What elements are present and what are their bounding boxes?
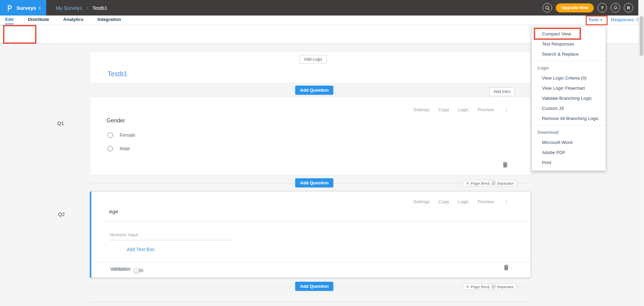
option-row-female[interactable]: Female bbox=[108, 132, 135, 138]
insert-row-2: Add Question Page Break Separator bbox=[90, 175, 531, 191]
numeric-input-field[interactable] bbox=[110, 230, 232, 240]
question-preview-link[interactable]: Preview bbox=[478, 199, 494, 204]
top-header: Surveys ▾ My Surveys › Testb1 Upgrade No… bbox=[0, 0, 644, 16]
option-row-male[interactable]: Male bbox=[108, 146, 130, 151]
tools-label: Tools bbox=[588, 16, 599, 24]
delete-question-button[interactable] bbox=[503, 162, 508, 167]
separator-label: Separator bbox=[497, 181, 514, 185]
menu-item-print[interactable]: Print bbox=[532, 158, 606, 168]
question-title[interactable]: Gender bbox=[106, 117, 125, 124]
menu-divider bbox=[532, 61, 606, 61]
avatar[interactable]: R bbox=[624, 3, 633, 12]
insert-row-1: Add Question Add Intro bbox=[90, 83, 531, 97]
chevron-down-icon: ▾ bbox=[39, 6, 40, 10]
proprofs-logo-icon bbox=[6, 3, 14, 12]
question-preview-link[interactable]: Preview bbox=[478, 107, 494, 112]
radio-button-icon[interactable] bbox=[108, 146, 113, 151]
menu-section-logic: Logic bbox=[532, 63, 606, 73]
nav-tabs: Edit Distribute Analytics Integration bbox=[5, 16, 121, 24]
page-break-label: Page Break bbox=[471, 285, 491, 289]
add-text-box-link[interactable]: Add Text Box bbox=[127, 247, 154, 252]
field-divider bbox=[104, 221, 527, 221]
trash-icon bbox=[504, 265, 509, 270]
add-logo-button[interactable]: Add Logo bbox=[299, 55, 327, 64]
question-mark-icon: ? bbox=[601, 5, 604, 10]
scrollbar-thumb[interactable] bbox=[640, 16, 643, 56]
search-icon bbox=[545, 5, 550, 10]
breadcrumb-current: Testb1 bbox=[92, 5, 107, 11]
separator-button[interactable]: Separator bbox=[489, 283, 517, 290]
validation-toggle[interactable] bbox=[134, 269, 144, 272]
separator-button[interactable]: Separator bbox=[489, 180, 517, 186]
menu-item-custom-js[interactable]: Custom JS bbox=[532, 103, 606, 114]
menu-item-search-replace[interactable]: Search & Replace bbox=[532, 49, 606, 59]
insert-row-3: Add Question Page Break Separator bbox=[90, 278, 531, 293]
tab-distribute[interactable]: Distribute bbox=[28, 16, 49, 24]
menu-section-download: Download bbox=[532, 127, 606, 137]
tools-dropdown-trigger[interactable]: Tools ▾ bbox=[588, 16, 602, 24]
menu-divider bbox=[532, 125, 606, 126]
add-question-button[interactable]: Add Question bbox=[295, 86, 333, 95]
section-nav: Edit Distribute Analytics Integration To… bbox=[0, 16, 644, 25]
menu-item-test-responses[interactable]: Test Responses bbox=[532, 39, 606, 49]
question-settings-link[interactable]: Settings bbox=[413, 107, 430, 112]
question-number-q1: Q1 bbox=[57, 120, 64, 126]
tab-edit[interactable]: Edit bbox=[5, 16, 14, 24]
question-card-q2[interactable]: Settings Copy Logic Preview ⋮ Age Add Te… bbox=[90, 191, 531, 278]
page-section-dotted-divider bbox=[90, 302, 531, 302]
survey-title[interactable]: Testb1 bbox=[108, 70, 127, 78]
search-button[interactable] bbox=[543, 3, 552, 12]
brand-menu[interactable]: Surveys ▾ bbox=[0, 0, 46, 16]
question-copy-link[interactable]: Copy bbox=[438, 107, 449, 112]
notifications-button[interactable] bbox=[611, 3, 620, 12]
question-logic-link[interactable]: Logic bbox=[458, 199, 469, 204]
tab-analytics[interactable]: Analytics bbox=[63, 16, 84, 24]
upgrade-now-button[interactable]: Upgrade Now bbox=[556, 3, 594, 12]
question-title[interactable]: Age bbox=[109, 209, 118, 215]
add-question-button[interactable]: Add Question bbox=[295, 282, 333, 291]
vertical-scrollbar[interactable] bbox=[638, 0, 644, 306]
option-label[interactable]: Male bbox=[120, 146, 130, 151]
page-break-icon bbox=[466, 181, 469, 185]
responses-count[interactable]: Responses: 0 bbox=[611, 16, 639, 24]
page-break-icon bbox=[466, 285, 469, 288]
menu-item-view-logic-criteria[interactable]: View Logic Criteria (0) bbox=[532, 73, 606, 83]
question-logic-link[interactable]: Logic bbox=[458, 107, 469, 112]
menu-item-adobe-pdf[interactable]: Adobe PDF bbox=[532, 148, 606, 158]
avatar-initial: R bbox=[627, 5, 630, 10]
question-card-q1[interactable]: Settings Copy Logic Preview ⋮ Gender Fem… bbox=[90, 97, 531, 175]
help-button[interactable]: ? bbox=[597, 3, 607, 12]
tools-dropdown-menu: Compact View Test Responses Search & Rep… bbox=[531, 26, 606, 171]
validation-divider bbox=[91, 262, 531, 263]
kebab-menu-icon[interactable]: ⋮ bbox=[504, 198, 509, 205]
page-break-label: Page Break bbox=[471, 181, 491, 185]
question-settings-link[interactable]: Settings bbox=[413, 199, 430, 204]
menu-item-remove-all-branching-logic[interactable]: Remove All Branching Logic bbox=[532, 114, 606, 124]
option-label[interactable]: Female bbox=[120, 132, 135, 138]
breadcrumb-my-surveys[interactable]: My Surveys bbox=[56, 5, 82, 11]
kebab-menu-icon[interactable]: ⋮ bbox=[504, 106, 509, 113]
delete-question-button[interactable] bbox=[504, 265, 509, 270]
radio-button-icon[interactable] bbox=[108, 132, 113, 138]
tab-integration[interactable]: Integration bbox=[98, 16, 121, 24]
question-actions: Settings Copy Logic Preview ⋮ bbox=[413, 106, 509, 113]
chevron-down-icon: ▾ bbox=[601, 16, 602, 24]
toggle-knob[interactable] bbox=[133, 268, 139, 273]
add-question-button[interactable]: Add Question bbox=[295, 178, 333, 187]
menu-item-compact-view[interactable]: Compact View bbox=[532, 29, 606, 39]
add-intro-button[interactable]: Add Intro bbox=[489, 87, 515, 96]
brand-label: Surveys bbox=[17, 5, 36, 11]
menu-item-view-logic-flowchart[interactable]: View Logic Flowchart bbox=[532, 83, 606, 93]
breadcrumb: My Surveys › Testb1 bbox=[56, 0, 107, 16]
menu-item-microsoft-word[interactable]: Microsoft Word bbox=[532, 137, 606, 148]
trash-icon bbox=[503, 162, 508, 167]
question-number-q2: Q2 bbox=[58, 211, 65, 217]
menu-item-validate-branching-logic[interactable]: Validate Branching Logic bbox=[532, 93, 606, 103]
question-actions: Settings Copy Logic Preview ⋮ bbox=[413, 198, 509, 205]
question-copy-link[interactable]: Copy bbox=[438, 199, 449, 204]
separator-label: Separator bbox=[497, 285, 514, 289]
validation-label: Validation bbox=[110, 266, 130, 272]
bell-icon bbox=[613, 5, 618, 10]
header-actions: Upgrade Now ? R bbox=[543, 3, 633, 12]
checkbox-icon bbox=[492, 181, 495, 185]
